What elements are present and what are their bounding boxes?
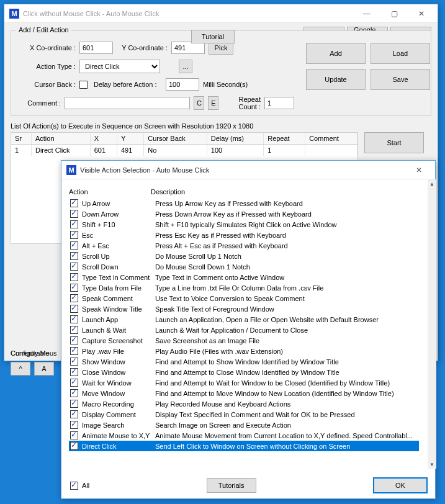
cursor-back-checkbox[interactable] — [79, 81, 88, 89]
list-item-checkbox[interactable] — [70, 379, 78, 387]
load-button[interactable]: Load — [371, 43, 430, 64]
all-label: All — [82, 482, 89, 489]
list-item-checkbox[interactable] — [70, 336, 78, 344]
list-item[interactable]: Direct ClickSend Left Click to Window on… — [69, 441, 419, 451]
table-col-header[interactable]: Repeat — [264, 133, 305, 145]
list-item-checkbox[interactable] — [70, 273, 78, 281]
list-item-checkbox[interactable] — [70, 368, 78, 376]
list-item[interactable]: Type Data from FileType a Line from .txt… — [69, 282, 419, 293]
list-item[interactable]: Type Text in CommentType Text in Comment… — [69, 272, 419, 282]
comment-input[interactable] — [65, 97, 190, 109]
list-item-checkbox[interactable] — [70, 400, 78, 408]
action-list[interactable]: Up ArrowPress Up Arrow Key as if Pressed… — [69, 198, 428, 472]
list-item[interactable]: Speak Window TitleSpeak Title Text of Fo… — [69, 304, 419, 314]
list-item-checkbox[interactable] — [70, 231, 78, 239]
list-item[interactable]: Animate Mouse to X,YAnimate Mouse Moveme… — [69, 430, 419, 441]
y-coord-input[interactable] — [171, 42, 205, 54]
list-item-description: Find and Attempt to Close Window Identif… — [155, 369, 419, 376]
list-item[interactable]: Launch & WaitLaunch & Wait for Applicati… — [69, 325, 419, 335]
list-item-checkbox[interactable] — [70, 263, 78, 271]
list-item-description: Send Left Click to Window on Screen with… — [155, 443, 419, 450]
list-item-checkbox[interactable] — [70, 305, 78, 313]
list-item[interactable]: Scroll DownDo Mouse Scroll Down 1 Notch — [69, 261, 419, 272]
list-item-checkbox[interactable] — [70, 294, 78, 302]
list-item[interactable]: Move WindowFind and Attempt to Move Wind… — [69, 388, 419, 398]
c-button[interactable]: C — [194, 96, 204, 110]
list-item[interactable]: Shift + F10Shift + F10 typically Simulat… — [69, 219, 419, 230]
tutorial-button[interactable]: Tutorial — [191, 30, 235, 43]
main-title: Click without Mouse Click - Auto Mouse C… — [23, 10, 353, 17]
list-item[interactable]: Wait for WindowFind and Attempt to Wait … — [69, 377, 419, 388]
table-row[interactable]: 1Direct Click601491No1001 — [11, 145, 357, 156]
list-item-description: Find and Attempt to Wait for Window to b… — [155, 379, 419, 387]
list-item[interactable]: Up ArrowPress Up Arrow Key as if Pressed… — [69, 198, 419, 209]
table-col-header[interactable]: Cursor Back — [144, 133, 207, 145]
update-button[interactable]: Update — [306, 69, 366, 90]
table-col-header[interactable]: X — [90, 133, 117, 145]
list-item[interactable]: Play .wav FilePlay Audio File (Files wit… — [69, 346, 419, 356]
e-button[interactable]: E — [208, 96, 218, 110]
list-item-action: Up Arrow — [82, 200, 155, 207]
list-item-checkbox[interactable] — [70, 442, 78, 450]
list-item[interactable]: Display CommentDisplay Text Specified in… — [69, 409, 419, 420]
list-item[interactable]: Down ArrowPress Down Arrow Key as if Pre… — [69, 209, 419, 219]
list-item[interactable]: Launch AppLaunch an Application, Open a … — [69, 314, 419, 325]
ok-button[interactable]: OK — [373, 477, 428, 493]
dialog-close-button[interactable]: ✕ — [405, 161, 433, 179]
col-action-header: Action — [69, 188, 151, 196]
list-item-action: Close Window — [82, 369, 155, 376]
table-col-header[interactable]: Y — [117, 133, 143, 145]
list-item-checkbox[interactable] — [70, 347, 78, 355]
main-titlebar[interactable]: M Click without Mouse Click - Auto Mouse… — [4, 4, 438, 23]
table-col-header[interactable]: Sr — [11, 133, 31, 145]
scroll-down-icon[interactable]: ▼ — [428, 460, 436, 469]
list-item[interactable]: Scroll UpDo Mouse Scroll Up 1 Notch — [69, 251, 419, 261]
action-type-select[interactable]: Direct Click — [79, 60, 160, 73]
list-item[interactable]: Speak CommentUse Text to Voice Conversio… — [69, 293, 419, 304]
list-item[interactable]: Macro RecordingPlay Recorded Mouse and K… — [69, 398, 419, 409]
list-item-checkbox[interactable] — [70, 326, 78, 334]
list-item[interactable]: Alt + EscPress Alt + Esc as if Pressed w… — [69, 240, 419, 251]
scroll-up-icon[interactable]: ▲ — [428, 179, 436, 188]
list-item-checkbox[interactable] — [70, 431, 78, 439]
list-item-checkbox[interactable] — [70, 220, 78, 228]
list-item-checkbox[interactable] — [70, 284, 78, 292]
x-coord-input[interactable] — [79, 42, 113, 54]
all-checkbox[interactable] — [70, 482, 78, 490]
close-button[interactable]: ✕ — [408, 5, 435, 22]
list-item-checkbox[interactable] — [70, 358, 78, 366]
list-item-checkbox[interactable] — [70, 199, 78, 207]
list-item-checkbox[interactable] — [70, 389, 78, 397]
list-item-checkbox[interactable] — [70, 410, 78, 418]
a-button[interactable]: A — [34, 362, 54, 376]
repeat-count-input[interactable] — [264, 97, 294, 109]
table-col-header[interactable]: Action — [31, 133, 90, 145]
list-item[interactable]: EscPress Esc Key as if Pressed with Keyb… — [69, 230, 419, 240]
list-item-checkbox[interactable] — [70, 210, 78, 218]
maximize-button[interactable]: ▢ — [380, 5, 408, 22]
tutorials-button[interactable]: Tutorials — [207, 478, 256, 493]
scrollbar[interactable]: ▲ ▼ — [428, 179, 436, 469]
list-item[interactable]: Show WindowFind and Attempt to Show Wind… — [69, 356, 419, 367]
list-item-action: Type Data from File — [82, 284, 155, 292]
list-item-action: Macro Recording — [82, 400, 155, 408]
minimize-button[interactable]: — — [353, 5, 380, 22]
list-item[interactable]: Image SearchSearch Image on Screen and E… — [69, 420, 419, 430]
caret-button[interactable]: ^ — [11, 362, 30, 376]
dialog-titlebar[interactable]: M Visible Action Selection - Auto Mouse … — [61, 161, 435, 179]
list-item-checkbox[interactable] — [70, 421, 78, 429]
add-button[interactable]: Add — [306, 43, 366, 64]
save-button[interactable]: Save — [371, 69, 430, 90]
list-item-checkbox[interactable] — [70, 252, 78, 260]
list-item[interactable]: Capture ScreenshotSave Screenshot as an … — [69, 335, 419, 346]
delay-input[interactable] — [166, 78, 199, 91]
start-button[interactable]: Start — [364, 132, 424, 153]
table-col-header[interactable]: Comment — [305, 133, 357, 145]
action-type-more-button[interactable]: ... — [179, 60, 192, 73]
repeat-count-label: Repeat Count : — [222, 96, 261, 110]
list-item-description: Press Alt + Esc as if Pressed with Keybo… — [155, 242, 419, 250]
list-item[interactable]: Close WindowFind and Attempt to Close Wi… — [69, 367, 419, 377]
table-col-header[interactable]: Delay (ms) — [207, 133, 263, 145]
list-item-checkbox[interactable] — [70, 315, 78, 323]
list-item-checkbox[interactable] — [70, 241, 78, 250]
